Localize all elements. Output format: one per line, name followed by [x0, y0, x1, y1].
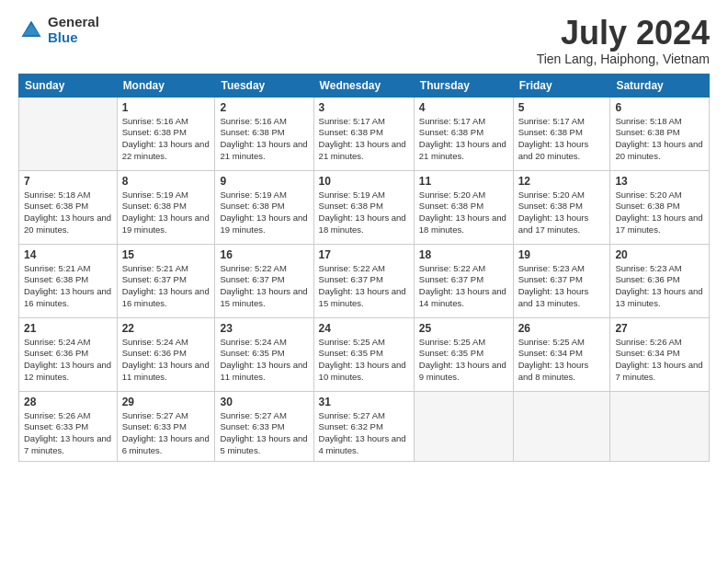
- calendar-cell-w5-d5: [414, 391, 513, 461]
- day-info: Sunrise: 5:22 AM Sunset: 6:37 PM Dayligh…: [319, 263, 409, 310]
- calendar-cell-w3-d3: 16Sunrise: 5:22 AM Sunset: 6:37 PM Dayli…: [215, 244, 313, 317]
- calendar-cell-w1-d7: 6Sunrise: 5:18 AM Sunset: 6:38 PM Daylig…: [610, 97, 710, 170]
- day-number: 12: [518, 175, 606, 188]
- day-info: Sunrise: 5:25 AM Sunset: 6:35 PM Dayligh…: [319, 337, 409, 384]
- day-info: Sunrise: 5:23 AM Sunset: 6:36 PM Dayligh…: [615, 263, 704, 310]
- calendar-week-row-1: 1Sunrise: 5:16 AM Sunset: 6:38 PM Daylig…: [19, 97, 710, 170]
- calendar-cell-w2-d4: 10Sunrise: 5:19 AM Sunset: 6:38 PM Dayli…: [313, 170, 414, 244]
- day-number: 26: [518, 322, 606, 335]
- day-info: Sunrise: 5:27 AM Sunset: 6:33 PM Dayligh…: [122, 410, 210, 457]
- day-number: 11: [419, 175, 508, 188]
- logo-general-text: General: [48, 15, 99, 30]
- title-block: July 2024 Tien Lang, Haiphong, Vietnam: [537, 15, 710, 66]
- calendar-cell-w4-d5: 25Sunrise: 5:25 AM Sunset: 6:35 PM Dayli…: [414, 317, 513, 391]
- calendar-week-row-3: 14Sunrise: 5:21 AM Sunset: 6:38 PM Dayli…: [19, 244, 710, 317]
- day-info: Sunrise: 5:25 AM Sunset: 6:34 PM Dayligh…: [518, 337, 606, 384]
- calendar-cell-w4-d7: 27Sunrise: 5:26 AM Sunset: 6:34 PM Dayli…: [610, 317, 710, 391]
- day-number: 17: [319, 248, 409, 261]
- day-info: Sunrise: 5:19 AM Sunset: 6:38 PM Dayligh…: [220, 190, 308, 236]
- main-title: July 2024: [537, 15, 710, 52]
- day-info: Sunrise: 5:18 AM Sunset: 6:38 PM Dayligh…: [615, 116, 704, 163]
- day-number: 22: [122, 322, 210, 335]
- calendar-cell-w4-d6: 26Sunrise: 5:25 AM Sunset: 6:34 PM Dayli…: [513, 317, 610, 391]
- day-number: 27: [615, 322, 704, 335]
- day-number: 3: [319, 101, 409, 114]
- calendar-cell-w2-d2: 8Sunrise: 5:19 AM Sunset: 6:38 PM Daylig…: [117, 170, 215, 244]
- day-number: 5: [518, 101, 606, 114]
- day-number: 19: [518, 248, 606, 261]
- day-info: Sunrise: 5:19 AM Sunset: 6:38 PM Dayligh…: [319, 190, 409, 236]
- day-info: Sunrise: 5:26 AM Sunset: 6:33 PM Dayligh…: [24, 410, 112, 457]
- day-info: Sunrise: 5:20 AM Sunset: 6:38 PM Dayligh…: [419, 190, 508, 236]
- day-number: 16: [220, 248, 308, 261]
- logo-text: General Blue: [48, 15, 99, 45]
- calendar-cell-w5-d3: 30Sunrise: 5:27 AM Sunset: 6:33 PM Dayli…: [215, 391, 313, 461]
- calendar-week-row-2: 7Sunrise: 5:18 AM Sunset: 6:38 PM Daylig…: [19, 170, 710, 244]
- calendar-cell-w4-d3: 23Sunrise: 5:24 AM Sunset: 6:35 PM Dayli…: [215, 317, 313, 391]
- col-saturday: Saturday: [610, 74, 710, 97]
- day-info: Sunrise: 5:17 AM Sunset: 6:38 PM Dayligh…: [518, 116, 606, 163]
- logo-blue-text: Blue: [48, 30, 99, 46]
- day-number: 25: [419, 322, 508, 335]
- calendar-cell-w5-d4: 31Sunrise: 5:27 AM Sunset: 6:32 PM Dayli…: [313, 391, 414, 461]
- calendar-cell-w2-d5: 11Sunrise: 5:20 AM Sunset: 6:38 PM Dayli…: [414, 170, 513, 244]
- calendar-cell-w4-d1: 21Sunrise: 5:24 AM Sunset: 6:36 PM Dayli…: [19, 317, 118, 391]
- day-number: 24: [319, 322, 409, 335]
- calendar-cell-w5-d1: 28Sunrise: 5:26 AM Sunset: 6:33 PM Dayli…: [19, 391, 118, 461]
- col-friday: Friday: [513, 74, 610, 97]
- day-info: Sunrise: 5:21 AM Sunset: 6:37 PM Dayligh…: [122, 263, 210, 310]
- subtitle: Tien Lang, Haiphong, Vietnam: [537, 52, 710, 66]
- day-number: 6: [615, 101, 704, 114]
- day-info: Sunrise: 5:26 AM Sunset: 6:34 PM Dayligh…: [615, 337, 704, 384]
- calendar-cell-w2-d3: 9Sunrise: 5:19 AM Sunset: 6:38 PM Daylig…: [215, 170, 313, 244]
- day-info: Sunrise: 5:18 AM Sunset: 6:38 PM Dayligh…: [24, 190, 112, 236]
- day-info: Sunrise: 5:24 AM Sunset: 6:36 PM Dayligh…: [122, 337, 210, 384]
- col-sunday: Sunday: [19, 74, 118, 97]
- calendar-cell-w1-d5: 4Sunrise: 5:17 AM Sunset: 6:38 PM Daylig…: [414, 97, 513, 170]
- calendar-cell-w4-d2: 22Sunrise: 5:24 AM Sunset: 6:36 PM Dayli…: [117, 317, 215, 391]
- calendar-cell-w1-d3: 2Sunrise: 5:16 AM Sunset: 6:38 PM Daylig…: [215, 97, 313, 170]
- day-number: 9: [220, 175, 308, 188]
- day-info: Sunrise: 5:17 AM Sunset: 6:38 PM Dayligh…: [419, 116, 508, 163]
- day-info: Sunrise: 5:20 AM Sunset: 6:38 PM Dayligh…: [518, 190, 606, 236]
- day-number: 28: [24, 396, 112, 408]
- calendar-cell-w1-d4: 3Sunrise: 5:17 AM Sunset: 6:38 PM Daylig…: [313, 97, 414, 170]
- calendar-cell-w5-d2: 29Sunrise: 5:27 AM Sunset: 6:33 PM Dayli…: [117, 391, 215, 461]
- day-info: Sunrise: 5:24 AM Sunset: 6:35 PM Dayligh…: [220, 337, 308, 384]
- day-number: 29: [122, 396, 210, 408]
- day-number: 23: [220, 322, 308, 335]
- col-wednesday: Wednesday: [313, 74, 414, 97]
- day-info: Sunrise: 5:21 AM Sunset: 6:38 PM Dayligh…: [24, 263, 112, 310]
- calendar-cell-w5-d6: [513, 391, 610, 461]
- day-info: Sunrise: 5:20 AM Sunset: 6:38 PM Dayligh…: [615, 190, 704, 236]
- svg-marker-1: [23, 24, 40, 35]
- day-number: 13: [615, 175, 704, 188]
- day-number: 31: [319, 396, 409, 408]
- day-info: Sunrise: 5:22 AM Sunset: 6:37 PM Dayligh…: [419, 263, 508, 310]
- calendar-week-row-5: 28Sunrise: 5:26 AM Sunset: 6:33 PM Dayli…: [19, 391, 710, 461]
- col-tuesday: Tuesday: [215, 74, 313, 97]
- calendar-cell-w3-d7: 20Sunrise: 5:23 AM Sunset: 6:36 PM Dayli…: [610, 244, 710, 317]
- day-number: 30: [220, 396, 308, 408]
- calendar-week-row-4: 21Sunrise: 5:24 AM Sunset: 6:36 PM Dayli…: [19, 317, 710, 391]
- calendar-cell-w2-d7: 13Sunrise: 5:20 AM Sunset: 6:38 PM Dayli…: [610, 170, 710, 244]
- day-number: 2: [220, 101, 308, 114]
- day-number: 7: [24, 175, 112, 188]
- day-number: 15: [122, 248, 210, 261]
- calendar-cell-w3-d4: 17Sunrise: 5:22 AM Sunset: 6:37 PM Dayli…: [313, 244, 414, 317]
- day-info: Sunrise: 5:16 AM Sunset: 6:38 PM Dayligh…: [220, 116, 308, 163]
- day-info: Sunrise: 5:23 AM Sunset: 6:37 PM Dayligh…: [518, 263, 606, 310]
- day-info: Sunrise: 5:19 AM Sunset: 6:38 PM Dayligh…: [122, 190, 210, 236]
- calendar-cell-w3-d2: 15Sunrise: 5:21 AM Sunset: 6:37 PM Dayli…: [117, 244, 215, 317]
- calendar-cell-w4-d4: 24Sunrise: 5:25 AM Sunset: 6:35 PM Dayli…: [313, 317, 414, 391]
- day-info: Sunrise: 5:27 AM Sunset: 6:32 PM Dayligh…: [319, 410, 409, 457]
- day-number: 18: [419, 248, 508, 261]
- calendar-table: Sunday Monday Tuesday Wednesday Thursday…: [18, 74, 710, 462]
- day-info: Sunrise: 5:25 AM Sunset: 6:35 PM Dayligh…: [419, 337, 508, 384]
- calendar-cell-w3-d6: 19Sunrise: 5:23 AM Sunset: 6:37 PM Dayli…: [513, 244, 610, 317]
- logo-icon: [18, 17, 44, 43]
- day-number: 14: [24, 248, 112, 261]
- calendar-cell-w5-d7: [610, 391, 710, 461]
- calendar-cell-w3-d1: 14Sunrise: 5:21 AM Sunset: 6:38 PM Dayli…: [19, 244, 118, 317]
- col-monday: Monday: [117, 74, 215, 97]
